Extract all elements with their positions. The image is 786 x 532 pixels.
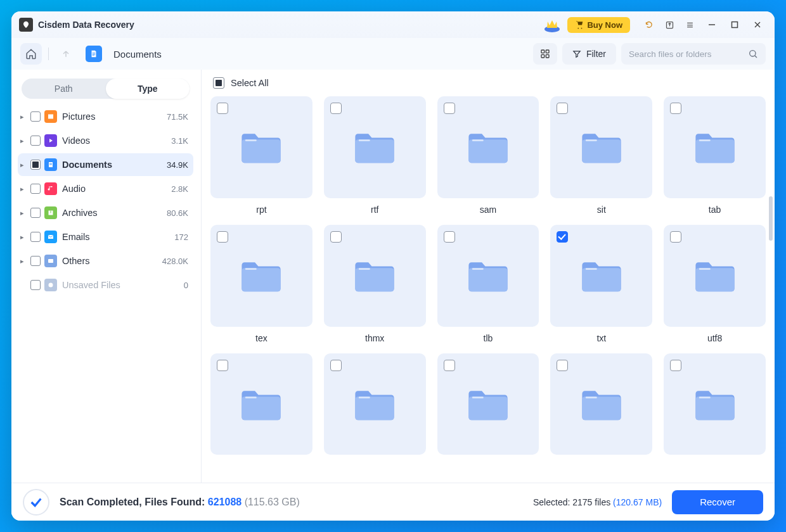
folder-tile[interactable] [324,353,426,462]
tile-checkbox[interactable] [330,103,342,114]
category-checkbox[interactable] [30,232,41,242]
view-grid-button[interactable] [533,43,557,65]
folder-thumbnail[interactable] [210,353,312,455]
svg-rect-9 [93,53,96,53]
tile-checkbox[interactable] [670,103,681,114]
folder-thumbnail[interactable] [664,225,766,327]
folder-tile[interactable] [664,353,766,462]
folder-thumbnail[interactable] [550,353,652,455]
category-label: Documents [62,160,112,170]
tile-label: sit [597,205,606,215]
tile-checkbox[interactable] [670,360,681,371]
tile-checkbox[interactable] [444,360,455,371]
search-box[interactable] [621,43,766,65]
folder-tile[interactable]: sam [437,96,539,215]
svg-rect-10 [93,54,96,54]
maximize-button[interactable] [725,16,744,34]
buy-now-button[interactable]: Buy Now [567,17,630,33]
filter-label: Filter [586,49,606,59]
tile-label: rpt [256,205,266,215]
folder-tile[interactable] [550,353,652,462]
scrollbar[interactable] [769,196,773,241]
tile-checkbox[interactable] [217,103,228,114]
folder-thumbnail[interactable] [437,353,539,455]
undo-icon[interactable] [640,16,658,34]
folder-thumbnail[interactable] [437,225,539,327]
expand-caret-icon[interactable]: ▸ [20,209,29,217]
category-emails[interactable]: ▸Emails172 [18,225,193,248]
folder-tile[interactable] [437,353,539,462]
folder-thumbnail[interactable] [324,225,426,327]
category-videos[interactable]: ▸Videos3.1K [18,129,193,152]
tile-checkbox[interactable] [217,231,228,243]
export-icon[interactable] [660,16,678,34]
recover-button[interactable]: Recover [672,490,763,514]
tile-checkbox[interactable] [557,360,568,371]
minimize-button[interactable] [702,16,721,34]
svg-rect-13 [546,50,549,53]
expand-caret-icon[interactable]: ▸ [20,161,29,169]
home-button[interactable] [20,43,42,65]
category-checkbox[interactable] [30,280,41,290]
category-documents[interactable]: ▸Documents34.9K [18,153,193,176]
folder-thumbnail[interactable] [324,353,426,455]
folder-tile[interactable]: tab [664,96,766,215]
category-pictures[interactable]: ▸Pictures71.5K [18,105,193,128]
folder-thumbnail[interactable] [550,225,652,327]
category-unsaved-files[interactable]: Unsaved Files0 [18,274,193,296]
folder-tile[interactable]: tlb [437,225,539,343]
expand-caret-icon[interactable]: ▸ [20,113,29,121]
tile-checkbox[interactable] [444,231,455,243]
category-checkbox[interactable] [30,111,41,122]
folder-tile[interactable] [210,353,312,462]
folder-tile[interactable]: rtf [324,96,426,215]
folder-thumbnail[interactable] [664,353,766,455]
tile-checkbox[interactable] [330,360,342,371]
app-title: Cisdem Data Recovery [38,20,134,30]
svg-rect-28 [359,140,370,142]
folder-thumbnail[interactable] [437,96,539,198]
category-count: 172 [174,232,188,242]
svg-point-26 [49,283,53,288]
up-button[interactable] [55,43,77,65]
tile-label: tex [255,333,267,343]
menu-icon[interactable] [681,16,699,34]
folder-thumbnail[interactable] [210,225,312,327]
category-checkbox[interactable] [30,184,41,194]
search-input[interactable] [629,49,748,59]
folder-thumbnail[interactable] [664,96,766,198]
folder-tile[interactable]: utf8 [664,225,766,343]
expand-caret-icon[interactable]: ▸ [20,257,29,265]
tile-checkbox[interactable] [670,231,681,243]
category-others[interactable]: ▸Others428.0K [18,250,193,272]
folder-thumbnail[interactable] [324,96,426,198]
close-button[interactable] [748,16,767,34]
folder-tile[interactable]: tex [210,225,312,343]
seg-path[interactable]: Path [22,79,106,99]
category-archives[interactable]: ▸Archives80.6K [18,201,193,224]
category-audio[interactable]: ▸Audio2.8K [18,177,193,200]
select-all-checkbox[interactable] [213,77,224,89]
folder-tile[interactable]: thmx [324,225,426,343]
expand-caret-icon[interactable]: ▸ [20,185,29,193]
folder-thumbnail[interactable] [210,96,312,198]
category-checkbox[interactable] [30,256,41,266]
folder-tile[interactable]: txt [550,225,652,343]
svg-rect-14 [541,54,544,58]
filter-button[interactable]: Filter [562,43,616,65]
folder-tile[interactable]: rpt [210,96,312,215]
app-logo-icon [19,18,33,32]
seg-type[interactable]: Type [106,79,190,99]
category-checkbox[interactable] [30,208,41,218]
expand-caret-icon[interactable]: ▸ [20,233,29,241]
tile-checkbox[interactable] [330,231,342,243]
tile-checkbox[interactable] [217,360,228,371]
tile-checkbox[interactable] [557,231,568,243]
tile-checkbox[interactable] [557,103,568,114]
expand-caret-icon[interactable]: ▸ [20,137,29,145]
category-checkbox[interactable] [30,136,41,146]
folder-tile[interactable]: sit [550,96,652,215]
tile-checkbox[interactable] [444,103,455,114]
category-checkbox[interactable] [30,160,41,170]
folder-thumbnail[interactable] [550,96,652,198]
